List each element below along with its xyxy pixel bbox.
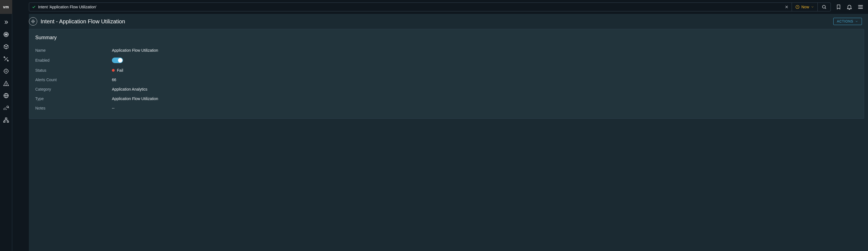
clear-search-button[interactable] xyxy=(782,5,792,9)
nav-cube-icon[interactable] xyxy=(3,44,9,50)
actions-button[interactable]: ACTIONS xyxy=(833,18,862,25)
summary-row-category: Category Application Analytics xyxy=(35,84,858,94)
top-bar: Intent 'Application Flow Utilization' No… xyxy=(12,0,868,14)
brand-logo: vm xyxy=(0,0,12,14)
summary-row-type: Type Application Flow Utilization xyxy=(35,94,858,103)
svg-point-13 xyxy=(823,5,826,8)
summary-row-name: Name Application Flow Utilization xyxy=(35,46,858,55)
nav-target-icon[interactable] xyxy=(3,68,9,75)
content-area: Intent - Application Flow Utilization AC… xyxy=(29,14,868,251)
time-picker-label: Now xyxy=(801,5,809,9)
summary-row-alerts-count: Alerts Count 66 xyxy=(35,75,858,84)
left-nav-rail: vm xyxy=(0,0,12,251)
status-dot-icon xyxy=(112,69,115,72)
search-text: Intent 'Application Flow Utilization' xyxy=(38,5,97,9)
check-icon xyxy=(32,5,36,9)
nav-globe-icon[interactable] xyxy=(3,92,9,99)
target-icon xyxy=(29,17,37,26)
bookmark-icon[interactable] xyxy=(836,4,841,10)
chevron-down-icon xyxy=(855,20,858,23)
summary-row-enabled: Enabled xyxy=(35,55,858,65)
summary-row-status: Status Fail xyxy=(35,65,858,75)
time-picker-now[interactable]: Now xyxy=(792,3,818,11)
nav-alert-icon[interactable] xyxy=(3,80,9,87)
nav-globe-segments-icon[interactable] xyxy=(3,31,9,38)
svg-point-8 xyxy=(7,106,8,108)
actions-button-label: ACTIONS xyxy=(837,20,853,23)
search-box: Intent 'Application Flow Utilization' No… xyxy=(29,2,831,11)
nav-org-chart-icon[interactable] xyxy=(3,117,9,123)
search-icon xyxy=(822,4,827,9)
svg-point-15 xyxy=(33,21,33,22)
svg-point-5 xyxy=(6,85,6,85)
label-enabled: Enabled xyxy=(35,58,112,62)
label-status: Status xyxy=(35,68,112,73)
svg-rect-10 xyxy=(3,121,5,122)
svg-point-2 xyxy=(7,60,8,61)
chevron-down-icon xyxy=(811,5,814,9)
summary-title: Summary xyxy=(35,35,858,40)
label-alerts-count: Alerts Count xyxy=(35,78,112,82)
nav-analytics-search-icon[interactable] xyxy=(3,105,9,111)
label-notes: Notes xyxy=(35,106,112,110)
hamburger-menu-icon[interactable] xyxy=(858,4,864,10)
expand-nav-icon[interactable] xyxy=(3,19,9,26)
summary-row-notes: Notes -- xyxy=(35,103,858,113)
enabled-toggle[interactable] xyxy=(112,58,123,63)
label-name: Name xyxy=(35,48,112,53)
value-notes: -- xyxy=(112,106,115,110)
label-type: Type xyxy=(35,96,112,101)
svg-rect-9 xyxy=(5,118,7,119)
value-status: Fail xyxy=(117,68,123,73)
svg-point-1 xyxy=(4,57,5,58)
summary-card: Summary Name Application Flow Utilizatio… xyxy=(29,29,864,119)
label-category: Category xyxy=(35,87,112,91)
svg-rect-11 xyxy=(7,121,8,122)
value-name: Application Flow Utilization xyxy=(112,48,158,53)
bell-icon[interactable] xyxy=(846,4,852,10)
value-alerts-count: 66 xyxy=(112,78,116,82)
value-category: Application Analytics xyxy=(112,87,148,91)
clock-icon xyxy=(795,5,800,9)
search-button[interactable] xyxy=(818,3,831,11)
svg-point-4 xyxy=(5,71,6,72)
nav-tools-icon[interactable] xyxy=(3,56,9,62)
search-input-area[interactable]: Intent 'Application Flow Utilization' xyxy=(29,5,782,9)
value-type: Application Flow Utilization xyxy=(112,96,158,101)
page-title: Intent - Application Flow Utilization xyxy=(40,18,125,25)
